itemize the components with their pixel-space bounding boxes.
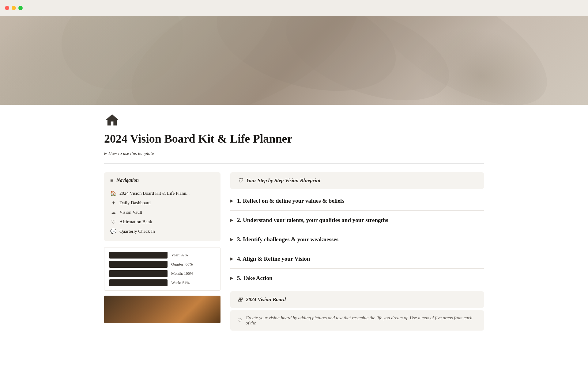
blueprint-heart-icon: ♡ <box>238 177 243 184</box>
right-panel: ♡ Your Step by Step Vision Blueprint ▶ 1… <box>230 172 484 331</box>
blueprint-card-header: ♡ Your Step by Step Vision Blueprint <box>238 177 477 184</box>
blueprint-item-3[interactable]: ▶ 3. Identify challenges & your weakness… <box>230 230 484 249</box>
nav-daily-icon: ✦ <box>110 200 116 206</box>
create-vision-header: ♡ Create your vision board by adding pic… <box>238 315 477 326</box>
progress-track-quarter <box>109 261 168 268</box>
blueprint-item-label-2: 2. Understand your talents, your qualiti… <box>237 217 388 224</box>
blueprint-item-label-3: 3. Identify challenges & your weaknesses <box>237 236 338 243</box>
vision-board-header: ⊞ 2024 Vision Board <box>238 296 477 303</box>
blueprint-item-label-4: 4. Align & Refine your Vision <box>237 255 310 262</box>
progress-fill-year <box>109 252 163 259</box>
progress-fill-month <box>109 270 168 277</box>
vision-board-title: 2024 Vision Board <box>246 297 286 303</box>
page-title: 2024 Vision Board Kit & Life Planner <box>104 132 484 146</box>
nav-menu-icon: ≡ <box>110 177 113 184</box>
titlebar <box>0 0 588 16</box>
home-icon <box>104 112 120 128</box>
main-divider <box>104 163 484 164</box>
vision-board-card: ⊞ 2024 Vision Board <box>230 291 484 308</box>
blueprint-item-2[interactable]: ▶ 2. Understand your talents, your quali… <box>230 211 484 230</box>
template-toggle-label: How to use this template <box>108 151 154 156</box>
progress-section: Year: 92% Quarter: 66% Month: 100% <box>104 247 221 291</box>
progress-track-week <box>109 279 168 286</box>
nav-affirmation-icon: ♡ <box>110 219 116 225</box>
item-arrow-4: ▶ <box>230 256 233 261</box>
nav-item-label-1: Daily Dashboard <box>119 200 151 205</box>
blueprint-item-5[interactable]: ▶ 5. Take Action <box>230 269 484 288</box>
nav-item-label-2: Vision Vault <box>119 210 142 215</box>
create-vision-card: ♡ Create your vision board by adding pic… <box>230 310 484 331</box>
blueprint-item-label-5: 5. Take Action <box>237 275 273 282</box>
create-vision-text: Create your vision board by adding pictu… <box>246 315 477 326</box>
progress-label-week: Week: 54% <box>171 280 190 285</box>
progress-fill-quarter <box>109 261 148 268</box>
blueprint-header-text: Your Step by Step Vision Blueprint <box>246 178 320 184</box>
nav-quarterly-icon: 💬 <box>110 228 116 234</box>
progress-row-week: Week: 54% <box>109 279 215 286</box>
nav-home-icon: 🏠 <box>110 190 116 196</box>
nav-vault-icon: ☁ <box>110 209 116 215</box>
progress-fill-week <box>109 279 141 286</box>
blueprint-item-label-1: 1. Reflect on & define your values & bel… <box>237 197 345 204</box>
blueprint-card: ♡ Your Step by Step Vision Blueprint <box>230 172 484 189</box>
item-arrow-3: ▶ <box>230 237 233 242</box>
blueprint-item-4[interactable]: ▶ 4. Align & Refine your Vision <box>230 249 484 269</box>
toggle-arrow: ▶ <box>104 151 107 155</box>
template-toggle[interactable]: ▶ How to use this template <box>104 151 484 156</box>
create-vision-icon: ♡ <box>238 317 242 323</box>
nav-item-vault[interactable]: ☁ Vision Vault <box>110 208 214 217</box>
item-arrow-5: ▶ <box>230 276 233 281</box>
nav-item-quarterly[interactable]: 💬 Quarterly Check In <box>110 227 214 236</box>
navigation-panel: ≡ Navigation 🏠 2024 Vision Board Kit & L… <box>104 172 221 241</box>
progress-row-month: Month: 100% <box>109 270 215 277</box>
nav-item-label-0: 2024 Vision Board Kit & Life Plann... <box>119 191 190 196</box>
progress-label-month: Month: 100% <box>171 271 193 276</box>
progress-track-month <box>109 270 168 277</box>
progress-label-year: Year: 92% <box>171 253 188 258</box>
blueprint-items: ▶ 1. Reflect on & define your values & b… <box>230 191 484 288</box>
close-button[interactable] <box>5 6 9 10</box>
nav-item-affirmation[interactable]: ♡ Affirmation Bank <box>110 217 214 227</box>
nav-title: Navigation <box>116 178 139 183</box>
progress-label-quarter: Quarter: 66% <box>171 262 193 267</box>
hero-banner <box>0 16 588 105</box>
page-content: 2024 Vision Board Kit & Life Planner ▶ H… <box>80 105 508 331</box>
maximize-button[interactable] <box>18 6 23 10</box>
nav-header: ≡ Navigation <box>110 177 214 184</box>
vision-board-grid-icon: ⊞ <box>238 296 242 303</box>
two-column-layout: ≡ Navigation 🏠 2024 Vision Board Kit & L… <box>104 172 484 331</box>
nav-item-daily[interactable]: ✦ Daily Dashboard <box>110 198 214 208</box>
item-arrow-2: ▶ <box>230 218 233 223</box>
minimize-button[interactable] <box>12 6 16 10</box>
nav-item-label-4: Quarterly Check In <box>119 229 155 234</box>
item-arrow-1: ▶ <box>230 198 233 203</box>
blueprint-item-1[interactable]: ▶ 1. Reflect on & define your values & b… <box>230 191 484 211</box>
home-icon-area <box>104 105 484 132</box>
progress-track-year <box>109 252 168 259</box>
progress-row-quarter: Quarter: 66% <box>109 261 215 268</box>
left-panel: ≡ Navigation 🏠 2024 Vision Board Kit & L… <box>104 172 221 323</box>
bottom-thumbnail <box>104 296 221 323</box>
progress-row-year: Year: 92% <box>109 252 215 259</box>
nav-item-label-3: Affirmation Bank <box>119 219 152 224</box>
nav-item-home[interactable]: 🏠 2024 Vision Board Kit & Life Plann... <box>110 189 214 198</box>
